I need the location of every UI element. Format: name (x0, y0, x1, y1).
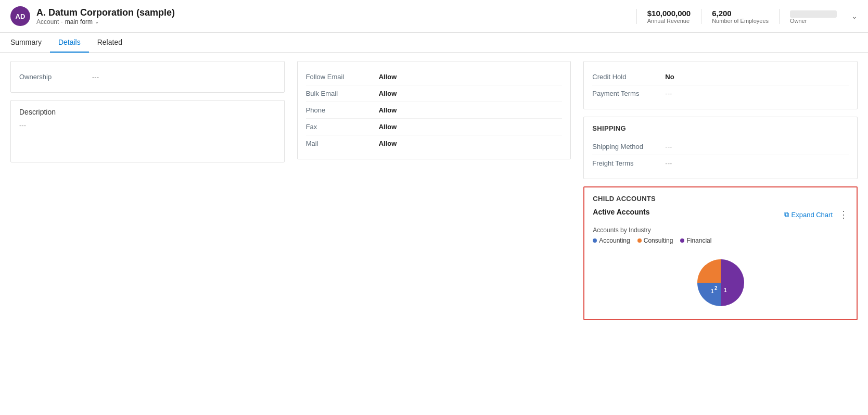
num-employees-label: Number of Employees (712, 18, 769, 24)
contact-preferences-card: Follow Email Allow Bulk Email Allow Phon… (297, 61, 571, 159)
legend-item-consulting: Consulting (637, 237, 673, 244)
legend-item-accounting: Accounting (593, 237, 630, 244)
header-subtitle: Account · main form ⌄ (36, 18, 636, 26)
form-name: main form (65, 18, 93, 26)
record-type: Account (36, 18, 59, 26)
ownership-label: Ownership (19, 73, 92, 81)
num-employees-stat: 6,200 Number of Employees (701, 9, 779, 24)
pie-label-consulting: 1 (724, 287, 727, 293)
bulk-email-value: Allow (379, 90, 397, 97)
follow-email-label: Follow Email (306, 73, 379, 81)
freight-terms-label: Freight Terms (592, 159, 665, 167)
credit-hold-value: No (665, 73, 674, 81)
column-2: Follow Email Allow Bulk Email Allow Phon… (291, 61, 578, 320)
shipping-title: SHIPPING (592, 124, 849, 132)
chart-label: Accounts by Industry (593, 227, 848, 234)
column-3: Credit Hold No Payment Terms --- SHIPPIN… (577, 61, 858, 320)
subtitle-dot: · (61, 18, 62, 26)
header-stats: $10,000,000 Annual Revenue 6,200 Number … (636, 9, 858, 24)
pie-chart: 2 1 1 (695, 257, 747, 309)
accounting-legend-label: Accounting (599, 237, 630, 244)
expand-chart-icon: ⧉ (784, 210, 789, 219)
page-header: AD A. Datum Corporation (sample) Account… (0, 0, 868, 33)
chart-legend: Accounting Consulting Financial (593, 237, 848, 244)
field-freight-terms: Freight Terms --- (592, 155, 849, 171)
pie-label-accounting: 1 (711, 288, 714, 294)
child-accounts-title: CHILD ACCOUNTS (593, 195, 656, 203)
consulting-dot (637, 238, 642, 243)
avatar: AD (10, 6, 30, 26)
financial-legend-label: Financial (686, 237, 711, 244)
follow-email-value: Allow (379, 73, 397, 81)
child-accounts-header: CHILD ACCOUNTS (593, 195, 848, 203)
billing-card: Credit Hold No Payment Terms --- (583, 61, 858, 109)
ownership-card: Ownership --- (10, 61, 285, 93)
ownership-row: Ownership --- (19, 69, 276, 85)
field-payment-terms: Payment Terms --- (592, 85, 849, 102)
description-card: Description --- (10, 100, 285, 162)
tab-related[interactable]: Related (89, 33, 131, 53)
field-shipping-method: Shipping Method --- (592, 139, 849, 155)
mail-value: Allow (379, 140, 397, 147)
header-chevron-icon[interactable]: ⌄ (847, 9, 858, 24)
pie-svg: 2 1 1 (695, 257, 747, 309)
shipping-card: SHIPPING Shipping Method --- Freight Ter… (583, 117, 858, 179)
more-options-button[interactable]: ⋮ (839, 210, 848, 219)
phone-label: Phone (306, 106, 379, 114)
header-title-block: A. Datum Corporation (sample) Account · … (36, 7, 636, 26)
child-accounts-card: CHILD ACCOUNTS Active Accounts ⧉ Expand … (583, 186, 858, 320)
child-accounts-actions: ⧉ Expand Chart ⋮ (784, 210, 849, 219)
accounting-dot (593, 238, 597, 243)
pie-chart-container: 2 1 1 (593, 251, 848, 312)
shipping-method-label: Shipping Method (592, 143, 665, 150)
legend-item-financial: Financial (680, 237, 711, 244)
owner-stat: Owner (779, 9, 847, 24)
field-bulk-email: Bulk Email Allow (306, 85, 563, 102)
field-fax: Fax Allow (306, 119, 563, 135)
annual-revenue-value: $10,000,000 (647, 9, 691, 18)
column-1: Ownership --- Description --- (10, 61, 291, 320)
pie-label-financial: 2 (714, 285, 718, 291)
description-value: --- (19, 121, 276, 129)
field-phone: Phone Allow (306, 102, 563, 119)
payment-terms-label: Payment Terms (592, 90, 665, 97)
tab-summary[interactable]: Summary (10, 33, 50, 53)
expand-chart-button[interactable]: ⧉ Expand Chart (784, 210, 833, 219)
description-title: Description (19, 108, 276, 116)
pie-slice-financial (721, 259, 744, 306)
field-follow-email: Follow Email Allow (306, 69, 563, 85)
nav-tabs: Summary Details Related (0, 33, 868, 53)
financial-dot (680, 238, 684, 243)
form-chevron-icon[interactable]: ⌄ (95, 19, 99, 24)
owner-value-placeholder (790, 10, 837, 18)
owner-label: Owner (790, 18, 807, 24)
annual-revenue-label: Annual Revenue (647, 18, 690, 24)
credit-hold-label: Credit Hold (592, 73, 665, 81)
mail-label: Mail (306, 140, 379, 147)
ownership-value: --- (92, 73, 99, 81)
tab-details[interactable]: Details (50, 33, 89, 53)
freight-terms-value: --- (665, 159, 672, 167)
phone-value: Allow (379, 106, 397, 114)
field-mail: Mail Allow (306, 135, 563, 152)
company-name: A. Datum Corporation (sample) (36, 7, 636, 18)
active-accounts-label: Active Accounts (593, 208, 649, 216)
annual-revenue-stat: $10,000,000 Annual Revenue (636, 9, 701, 24)
fax-value: Allow (379, 123, 397, 131)
bulk-email-label: Bulk Email (306, 90, 379, 97)
main-content: Ownership --- Description --- Follow Ema… (0, 53, 868, 329)
num-employees-value: 6,200 (712, 9, 732, 18)
fax-label: Fax (306, 123, 379, 131)
pie-slice-consulting (697, 259, 721, 283)
expand-chart-label: Expand Chart (792, 211, 833, 219)
field-credit-hold: Credit Hold No (592, 69, 849, 85)
payment-terms-value: --- (665, 90, 672, 97)
consulting-legend-label: Consulting (644, 237, 673, 244)
shipping-method-value: --- (665, 143, 672, 150)
